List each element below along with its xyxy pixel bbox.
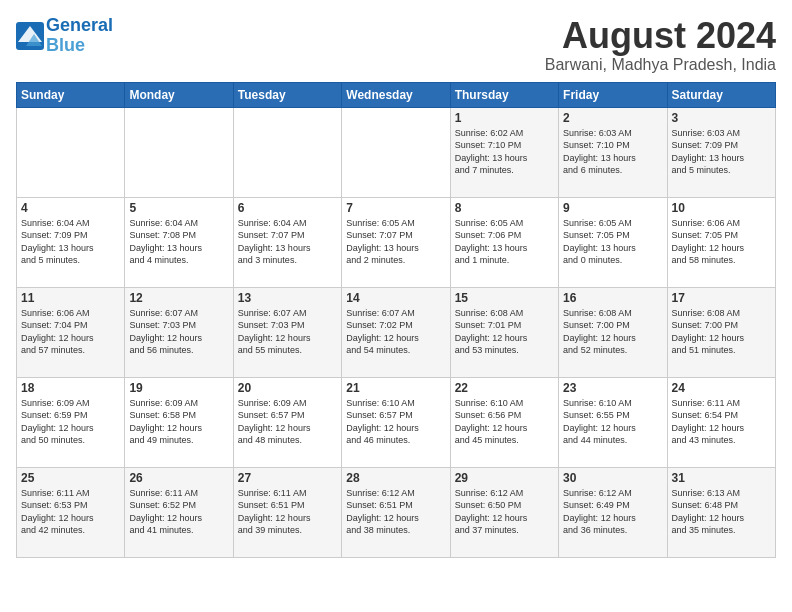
calendar-cell: 31Sunrise: 6:13 AM Sunset: 6:48 PM Dayli… (667, 467, 775, 557)
weekday-header-wednesday: Wednesday (342, 82, 450, 107)
day-info: Sunrise: 6:09 AM Sunset: 6:57 PM Dayligh… (238, 397, 337, 447)
calendar-cell: 12Sunrise: 6:07 AM Sunset: 7:03 PM Dayli… (125, 287, 233, 377)
calendar-cell: 24Sunrise: 6:11 AM Sunset: 6:54 PM Dayli… (667, 377, 775, 467)
day-number: 29 (455, 471, 554, 485)
logo-text: General Blue (46, 16, 113, 56)
week-row-5: 25Sunrise: 6:11 AM Sunset: 6:53 PM Dayli… (17, 467, 776, 557)
day-info: Sunrise: 6:11 AM Sunset: 6:52 PM Dayligh… (129, 487, 228, 537)
day-info: Sunrise: 6:03 AM Sunset: 7:10 PM Dayligh… (563, 127, 662, 177)
weekday-header-saturday: Saturday (667, 82, 775, 107)
day-info: Sunrise: 6:05 AM Sunset: 7:06 PM Dayligh… (455, 217, 554, 267)
day-info: Sunrise: 6:02 AM Sunset: 7:10 PM Dayligh… (455, 127, 554, 177)
calendar-cell: 15Sunrise: 6:08 AM Sunset: 7:01 PM Dayli… (450, 287, 558, 377)
page-header: General Blue August 2024 Barwani, Madhya… (16, 16, 776, 74)
calendar-cell (17, 107, 125, 197)
day-info: Sunrise: 6:04 AM Sunset: 7:08 PM Dayligh… (129, 217, 228, 267)
day-number: 11 (21, 291, 120, 305)
week-row-2: 4Sunrise: 6:04 AM Sunset: 7:09 PM Daylig… (17, 197, 776, 287)
calendar-cell: 2Sunrise: 6:03 AM Sunset: 7:10 PM Daylig… (559, 107, 667, 197)
day-info: Sunrise: 6:05 AM Sunset: 7:05 PM Dayligh… (563, 217, 662, 267)
calendar-cell: 5Sunrise: 6:04 AM Sunset: 7:08 PM Daylig… (125, 197, 233, 287)
day-number: 25 (21, 471, 120, 485)
weekday-header-monday: Monday (125, 82, 233, 107)
day-number: 6 (238, 201, 337, 215)
day-number: 2 (563, 111, 662, 125)
day-info: Sunrise: 6:06 AM Sunset: 7:05 PM Dayligh… (672, 217, 771, 267)
day-info: Sunrise: 6:07 AM Sunset: 7:03 PM Dayligh… (129, 307, 228, 357)
day-info: Sunrise: 6:11 AM Sunset: 6:54 PM Dayligh… (672, 397, 771, 447)
calendar-cell: 23Sunrise: 6:10 AM Sunset: 6:55 PM Dayli… (559, 377, 667, 467)
calendar-cell: 30Sunrise: 6:12 AM Sunset: 6:49 PM Dayli… (559, 467, 667, 557)
calendar-cell: 3Sunrise: 6:03 AM Sunset: 7:09 PM Daylig… (667, 107, 775, 197)
day-number: 1 (455, 111, 554, 125)
calendar-cell: 6Sunrise: 6:04 AM Sunset: 7:07 PM Daylig… (233, 197, 341, 287)
day-number: 4 (21, 201, 120, 215)
calendar-cell: 1Sunrise: 6:02 AM Sunset: 7:10 PM Daylig… (450, 107, 558, 197)
calendar-cell: 10Sunrise: 6:06 AM Sunset: 7:05 PM Dayli… (667, 197, 775, 287)
day-number: 22 (455, 381, 554, 395)
day-info: Sunrise: 6:10 AM Sunset: 6:56 PM Dayligh… (455, 397, 554, 447)
day-info: Sunrise: 6:04 AM Sunset: 7:09 PM Dayligh… (21, 217, 120, 267)
day-info: Sunrise: 6:11 AM Sunset: 6:51 PM Dayligh… (238, 487, 337, 537)
calendar-cell (342, 107, 450, 197)
day-info: Sunrise: 6:10 AM Sunset: 6:55 PM Dayligh… (563, 397, 662, 447)
day-info: Sunrise: 6:09 AM Sunset: 6:59 PM Dayligh… (21, 397, 120, 447)
day-info: Sunrise: 6:06 AM Sunset: 7:04 PM Dayligh… (21, 307, 120, 357)
calendar-cell: 25Sunrise: 6:11 AM Sunset: 6:53 PM Dayli… (17, 467, 125, 557)
day-number: 10 (672, 201, 771, 215)
day-number: 18 (21, 381, 120, 395)
day-number: 19 (129, 381, 228, 395)
calendar-cell (233, 107, 341, 197)
week-row-4: 18Sunrise: 6:09 AM Sunset: 6:59 PM Dayli… (17, 377, 776, 467)
calendar-cell: 14Sunrise: 6:07 AM Sunset: 7:02 PM Dayli… (342, 287, 450, 377)
day-number: 14 (346, 291, 445, 305)
day-number: 12 (129, 291, 228, 305)
day-info: Sunrise: 6:10 AM Sunset: 6:57 PM Dayligh… (346, 397, 445, 447)
weekday-header-sunday: Sunday (17, 82, 125, 107)
calendar-cell: 13Sunrise: 6:07 AM Sunset: 7:03 PM Dayli… (233, 287, 341, 377)
day-info: Sunrise: 6:03 AM Sunset: 7:09 PM Dayligh… (672, 127, 771, 177)
calendar-cell: 16Sunrise: 6:08 AM Sunset: 7:00 PM Dayli… (559, 287, 667, 377)
day-number: 3 (672, 111, 771, 125)
weekday-header-row: SundayMondayTuesdayWednesdayThursdayFrid… (17, 82, 776, 107)
day-info: Sunrise: 6:05 AM Sunset: 7:07 PM Dayligh… (346, 217, 445, 267)
logo-icon (16, 22, 44, 50)
calendar-cell: 28Sunrise: 6:12 AM Sunset: 6:51 PM Dayli… (342, 467, 450, 557)
day-number: 21 (346, 381, 445, 395)
calendar-cell: 27Sunrise: 6:11 AM Sunset: 6:51 PM Dayli… (233, 467, 341, 557)
day-number: 24 (672, 381, 771, 395)
calendar-cell: 19Sunrise: 6:09 AM Sunset: 6:58 PM Dayli… (125, 377, 233, 467)
day-number: 7 (346, 201, 445, 215)
calendar-cell: 29Sunrise: 6:12 AM Sunset: 6:50 PM Dayli… (450, 467, 558, 557)
calendar-cell: 11Sunrise: 6:06 AM Sunset: 7:04 PM Dayli… (17, 287, 125, 377)
day-number: 17 (672, 291, 771, 305)
day-number: 23 (563, 381, 662, 395)
day-info: Sunrise: 6:07 AM Sunset: 7:03 PM Dayligh… (238, 307, 337, 357)
calendar-cell: 21Sunrise: 6:10 AM Sunset: 6:57 PM Dayli… (342, 377, 450, 467)
week-row-3: 11Sunrise: 6:06 AM Sunset: 7:04 PM Dayli… (17, 287, 776, 377)
day-number: 30 (563, 471, 662, 485)
day-info: Sunrise: 6:13 AM Sunset: 6:48 PM Dayligh… (672, 487, 771, 537)
day-info: Sunrise: 6:12 AM Sunset: 6:49 PM Dayligh… (563, 487, 662, 537)
day-info: Sunrise: 6:12 AM Sunset: 6:51 PM Dayligh… (346, 487, 445, 537)
calendar-cell: 18Sunrise: 6:09 AM Sunset: 6:59 PM Dayli… (17, 377, 125, 467)
calendar-table: SundayMondayTuesdayWednesdayThursdayFrid… (16, 82, 776, 558)
day-number: 16 (563, 291, 662, 305)
day-info: Sunrise: 6:12 AM Sunset: 6:50 PM Dayligh… (455, 487, 554, 537)
day-number: 20 (238, 381, 337, 395)
day-number: 8 (455, 201, 554, 215)
day-info: Sunrise: 6:09 AM Sunset: 6:58 PM Dayligh… (129, 397, 228, 447)
calendar-cell: 7Sunrise: 6:05 AM Sunset: 7:07 PM Daylig… (342, 197, 450, 287)
location: Barwani, Madhya Pradesh, India (545, 56, 776, 74)
weekday-header-tuesday: Tuesday (233, 82, 341, 107)
day-number: 9 (563, 201, 662, 215)
day-number: 5 (129, 201, 228, 215)
logo: General Blue (16, 16, 113, 56)
calendar-cell: 17Sunrise: 6:08 AM Sunset: 7:00 PM Dayli… (667, 287, 775, 377)
day-number: 13 (238, 291, 337, 305)
weekday-header-thursday: Thursday (450, 82, 558, 107)
calendar-cell: 22Sunrise: 6:10 AM Sunset: 6:56 PM Dayli… (450, 377, 558, 467)
calendar-cell: 8Sunrise: 6:05 AM Sunset: 7:06 PM Daylig… (450, 197, 558, 287)
calendar-cell (125, 107, 233, 197)
week-row-1: 1Sunrise: 6:02 AM Sunset: 7:10 PM Daylig… (17, 107, 776, 197)
